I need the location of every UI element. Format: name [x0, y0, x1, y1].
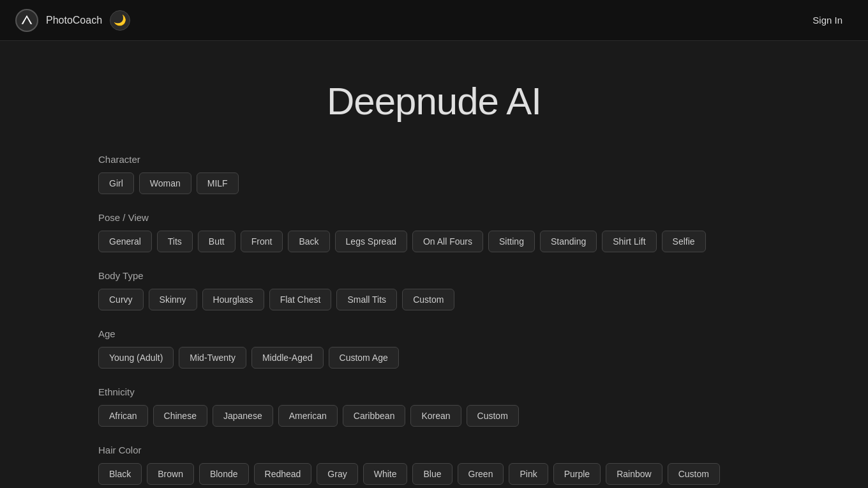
section-label-body-type: Body Type: [98, 270, 770, 281]
tag-custom[interactable]: Custom: [402, 289, 454, 310]
tag-white[interactable]: White: [363, 463, 408, 485]
section-hair-color: Hair ColorBlackBrownBlondeRedheadGrayWhi…: [98, 445, 770, 485]
tag-custom[interactable]: Custom: [467, 405, 519, 427]
tags-age: Young (Adult)Mid-TwentyMiddle-AgedCustom…: [98, 347, 770, 369]
tag-standing[interactable]: Standing: [540, 231, 597, 252]
section-ethnicity: EthnicityAfricanChineseJapaneseAmericanC…: [98, 386, 770, 427]
tag-caribbean[interactable]: Caribbean: [343, 405, 406, 427]
brand-name: PhotoCoach: [46, 15, 102, 26]
tag-mid-twenty[interactable]: Mid-Twenty: [179, 347, 246, 369]
tags-hair-color: BlackBrownBlondeRedheadGrayWhiteBlueGree…: [98, 463, 770, 485]
tag-rainbow[interactable]: Rainbow: [606, 463, 662, 485]
tag-sitting[interactable]: Sitting: [488, 231, 535, 252]
navbar: PhotoCoach 🌙 Sign In: [0, 0, 868, 41]
tag-small-tits[interactable]: Small Tits: [336, 289, 397, 310]
tag-tits[interactable]: Tits: [157, 231, 193, 252]
tags-character: GirlWomanMILF: [98, 172, 770, 194]
tags-pose: GeneralTitsButtFrontBackLegs SpreadOn Al…: [98, 231, 770, 252]
tag-japanese[interactable]: Japanese: [213, 405, 273, 427]
sign-in-button[interactable]: Sign In: [802, 10, 853, 31]
tag-curvy[interactable]: Curvy: [98, 289, 144, 310]
tag-green[interactable]: Green: [458, 463, 504, 485]
tag-flat-chest[interactable]: Flat Chest: [269, 289, 332, 310]
tag-custom[interactable]: Custom: [668, 463, 720, 485]
tag-american[interactable]: American: [278, 405, 338, 427]
section-label-ethnicity: Ethnicity: [98, 386, 770, 397]
tag-milf[interactable]: MILF: [197, 172, 239, 194]
tag-brown[interactable]: Brown: [147, 463, 194, 485]
section-character: CharacterGirlWomanMILF: [98, 154, 770, 194]
logo-icon[interactable]: [15, 9, 38, 32]
tag-korean[interactable]: Korean: [410, 405, 461, 427]
tag-shirt-lift[interactable]: Shirt Lift: [602, 231, 656, 252]
page-title: Deepnude AI: [98, 79, 770, 123]
navbar-left: PhotoCoach 🌙: [15, 9, 130, 32]
tag-blonde[interactable]: Blonde: [199, 463, 249, 485]
section-label-age: Age: [98, 328, 770, 339]
tag-girl[interactable]: Girl: [98, 172, 134, 194]
tag-purple[interactable]: Purple: [553, 463, 601, 485]
tag-general[interactable]: General: [98, 231, 152, 252]
tag-legs-spread[interactable]: Legs Spread: [335, 231, 407, 252]
sections-container: CharacterGirlWomanMILFPose / ViewGeneral…: [98, 154, 770, 488]
tag-front[interactable]: Front: [241, 231, 283, 252]
section-body-type: Body TypeCurvySkinnyHourglassFlat ChestS…: [98, 270, 770, 310]
section-label-character: Character: [98, 154, 770, 165]
moon-icon: 🌙: [114, 14, 126, 26]
tag-custom-age[interactable]: Custom Age: [329, 347, 399, 369]
tag-african[interactable]: African: [98, 405, 148, 427]
tag-chinese[interactable]: Chinese: [153, 405, 207, 427]
tag-selfie[interactable]: Selfie: [662, 231, 706, 252]
tag-woman[interactable]: Woman: [139, 172, 191, 194]
tag-butt[interactable]: Butt: [198, 231, 236, 252]
tag-on-all-fours[interactable]: On All Fours: [412, 231, 483, 252]
tag-redhead[interactable]: Redhead: [254, 463, 312, 485]
section-label-pose: Pose / View: [98, 212, 770, 223]
main-content: Deepnude AI CharacterGirlWomanMILFPose /…: [0, 41, 868, 488]
tag-black[interactable]: Black: [98, 463, 142, 485]
tag-middle-aged[interactable]: Middle-Aged: [251, 347, 324, 369]
tag-hourglass[interactable]: Hourglass: [202, 289, 264, 310]
tag-blue[interactable]: Blue: [412, 463, 452, 485]
section-pose: Pose / ViewGeneralTitsButtFrontBackLegs …: [98, 212, 770, 252]
section-age: AgeYoung (Adult)Mid-TwentyMiddle-AgedCus…: [98, 328, 770, 369]
section-label-hair-color: Hair Color: [98, 445, 770, 455]
tag-back[interactable]: Back: [288, 231, 329, 252]
tag-young-adult[interactable]: Young (Adult): [98, 347, 174, 369]
tag-skinny[interactable]: Skinny: [149, 289, 197, 310]
tags-body-type: CurvySkinnyHourglassFlat ChestSmall Tits…: [98, 289, 770, 310]
theme-toggle-button[interactable]: 🌙: [110, 10, 130, 31]
tag-gray[interactable]: Gray: [317, 463, 357, 485]
tags-ethnicity: AfricanChineseJapaneseAmericanCaribbeanK…: [98, 405, 770, 427]
tag-pink[interactable]: Pink: [509, 463, 548, 485]
